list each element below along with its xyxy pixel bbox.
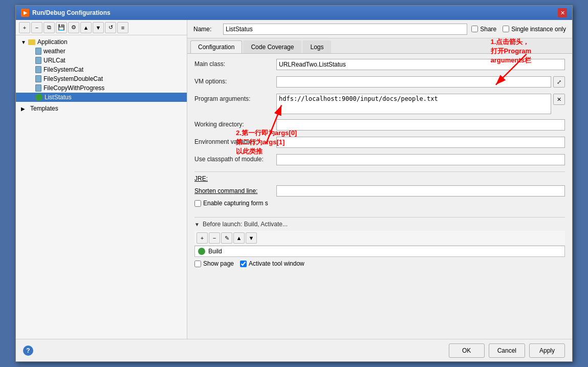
title-bar-left: ▶ Run/Debug Configurations (21, 9, 111, 17)
sort-button[interactable]: ≡ (117, 22, 128, 33)
working-dir-input[interactable] (276, 119, 565, 131)
file-icon-filesystemdoublecat (35, 75, 41, 82)
file-icon-weather (35, 48, 41, 55)
tree-templates-node[interactable]: ▶ Templates (16, 104, 187, 113)
main-content: + − ⧉ 💾 ⚙ ▲ ▼ ↺ ≡ ▼ Application (16, 20, 572, 339)
activate-tool-checkbox[interactable] (240, 261, 247, 267)
before-launch-label: Before launch: Build, Activate... (203, 221, 288, 228)
env-vars-input[interactable] (276, 137, 565, 148)
tab-code-coverage[interactable]: Code Coverage (243, 40, 301, 53)
file-icon-filecopywithprogress (35, 84, 41, 92)
program-args-label: Program arguments: (194, 94, 276, 102)
item-label-filecopywithprogress: FileCopyWithProgress (43, 84, 104, 92)
name-field-label: Name: (193, 26, 219, 33)
enable-capturing-checkbox[interactable] (194, 200, 201, 207)
vm-options-row: VM options: ⤢ (194, 76, 565, 89)
tree-item-filesystemcat[interactable]: FileSystemCat (16, 65, 187, 74)
bottom-bar: ? OK Cancel Apply (16, 339, 572, 361)
use-classpath-input[interactable] (276, 154, 565, 165)
templates-label: Templates (30, 105, 58, 112)
help-button[interactable]: ? (23, 346, 33, 356)
tree-item-filesystemdoublecat[interactable]: FileSystemDoubleCat (16, 74, 187, 83)
activate-tool-checkbox-label[interactable]: Activate tool window (240, 260, 304, 267)
tree-item-liststatus[interactable]: ListStatus (16, 93, 187, 102)
move-down-button[interactable]: ▼ (93, 22, 104, 33)
apply-button[interactable]: Apply (529, 343, 565, 358)
run-icon-liststatus (35, 94, 42, 101)
vm-options-input-group: ⤢ (276, 76, 565, 88)
tree-arrow-templates: ▶ (21, 106, 28, 112)
use-classpath-row: Use classpath of module: (194, 154, 565, 166)
enable-capturing-checkbox-label[interactable]: Enable capturing form s (194, 200, 268, 207)
tab-logs[interactable]: Logs (302, 40, 331, 53)
application-label: Application (37, 38, 68, 46)
left-panel: + − ⧉ 💾 ⚙ ▲ ▼ ↺ ≡ ▼ Application (16, 20, 187, 339)
main-class-input-group (276, 59, 565, 70)
vm-options-input[interactable] (276, 76, 551, 88)
single-instance-checkbox-label[interactable]: Single instance only (503, 26, 566, 33)
before-launch-add-button[interactable]: + (197, 232, 208, 244)
config-tree: ▼ Application weather URLCat (16, 35, 187, 339)
build-list-item[interactable]: Build (195, 246, 564, 256)
tree-item-weather[interactable]: weather (16, 47, 187, 56)
tree-item-urlcat[interactable]: URLCat (16, 56, 187, 65)
name-field-input[interactable] (223, 24, 467, 35)
title-bar: ▶ Run/Debug Configurations ✕ (16, 6, 572, 20)
tab-configuration[interactable]: Configuration (190, 40, 242, 53)
config-form: Main class: VM options: ⤢ Program argume… (187, 54, 572, 339)
application-folder-icon (28, 39, 35, 45)
env-vars-row: Environment variables: (194, 137, 565, 149)
tabs-row: Configuration Code Coverage Logs (187, 38, 572, 54)
before-launch-toggle[interactable]: ▼ (194, 222, 200, 227)
tree-application-node[interactable]: ▼ Application (16, 37, 187, 47)
remove-config-button[interactable]: − (31, 22, 42, 33)
jre-label: JRE: (194, 175, 208, 182)
vm-options-label: VM options: (194, 76, 276, 85)
main-class-input[interactable] (276, 59, 565, 70)
restore-button[interactable]: ↺ (105, 22, 116, 33)
show-page-checkbox-label[interactable]: Show page (194, 260, 234, 267)
build-run-icon (198, 248, 205, 255)
enable-capturing-row: Enable capturing form s (194, 200, 565, 212)
item-label-filesystemdoublecat: FileSystemDoubleCat (43, 75, 103, 82)
save-config-button[interactable]: 💾 (56, 22, 67, 33)
copy-config-button[interactable]: ⧉ (43, 22, 55, 33)
enable-capturing-label: Enable capturing form s (203, 200, 268, 207)
share-checkbox-label[interactable]: Share (471, 26, 496, 33)
add-config-button[interactable]: + (19, 22, 30, 33)
file-icon-urlcat (35, 57, 41, 64)
tree-item-filecopywithprogress[interactable]: FileCopyWithProgress (16, 83, 187, 93)
single-instance-checkbox[interactable] (503, 26, 509, 32)
cancel-button[interactable]: Cancel (489, 343, 525, 358)
main-class-label: Main class: (194, 59, 276, 68)
show-page-row: Show page Activate tool window (194, 260, 565, 267)
before-launch-remove-button[interactable]: − (209, 232, 220, 244)
name-row: Name: Share Single instance only (187, 20, 572, 38)
ok-button[interactable]: OK (449, 343, 485, 358)
working-dir-row: Working directory: (194, 119, 565, 132)
left-toolbar-row: + − ⧉ 💾 ⚙ ▲ ▼ ↺ ≡ (16, 20, 187, 35)
shorten-row: Shorten command line: (194, 185, 565, 197)
program-args-input-group: hdfs://localhost:9000/input/docs/people.… (276, 94, 565, 114)
vm-options-expand-button[interactable]: ⤢ (553, 76, 565, 88)
share-checkbox[interactable] (471, 26, 478, 32)
program-args-input[interactable]: hdfs://localhost:9000/input/docs/people.… (276, 94, 551, 114)
item-label-urlcat: URLCat (43, 57, 66, 64)
shorten-input[interactable] (276, 185, 565, 197)
before-launch-edit-button[interactable]: ✎ (221, 232, 232, 244)
shorten-input-group (276, 185, 565, 197)
program-args-expand-button[interactable]: ✕ (553, 94, 565, 105)
close-button[interactable]: ✕ (558, 8, 567, 17)
file-icon-filesystemcat (35, 66, 41, 73)
checkbox-row: Share Single instance only (471, 26, 566, 33)
separator-2 (194, 217, 565, 218)
before-launch-up-button[interactable]: ▲ (233, 232, 245, 244)
show-page-checkbox[interactable] (194, 261, 201, 267)
main-class-row: Main class: (194, 59, 565, 71)
before-launch-down-button[interactable]: ▼ (246, 232, 257, 244)
working-dir-input-group (276, 119, 565, 131)
right-panel: Name: Share Single instance only Configu… (187, 20, 572, 339)
separator-1 (194, 171, 565, 172)
move-up-button[interactable]: ▲ (80, 22, 92, 33)
settings-config-button[interactable]: ⚙ (68, 22, 79, 33)
